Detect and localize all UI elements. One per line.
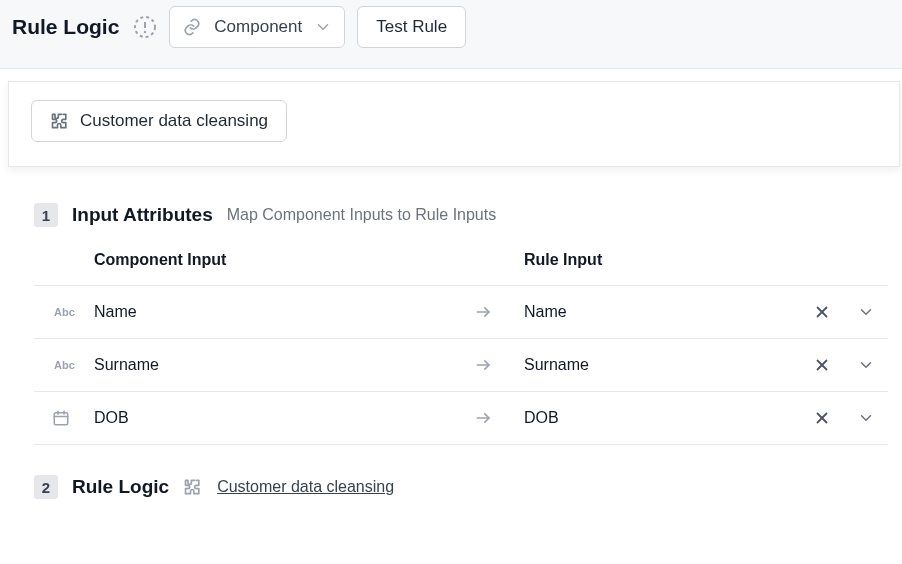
puzzle-icon bbox=[183, 477, 203, 497]
step-number-1: 1 bbox=[34, 203, 58, 227]
dropdown-label: Component bbox=[214, 17, 302, 37]
table-row: DOB DOB bbox=[34, 391, 888, 445]
component-chip[interactable]: Customer data cleansing bbox=[31, 100, 287, 142]
arrow-right-icon bbox=[474, 355, 524, 375]
type-text-icon: Abc bbox=[34, 359, 94, 371]
section-subtitle: Map Component Inputs to Rule Inputs bbox=[227, 206, 497, 224]
rule-link[interactable]: Customer data cleansing bbox=[217, 478, 394, 496]
clear-icon[interactable] bbox=[800, 303, 844, 321]
table-header: Component Input Rule Input bbox=[34, 251, 888, 285]
rule-logic-header: Rule Logic Component Test Rule bbox=[0, 0, 902, 69]
step-number-2: 2 bbox=[34, 475, 58, 499]
svg-point-2 bbox=[144, 31, 146, 33]
svg-rect-9 bbox=[54, 413, 68, 425]
component-input-cell: DOB bbox=[94, 409, 474, 427]
link-icon bbox=[182, 17, 202, 37]
col-component-input: Component Input bbox=[94, 251, 474, 269]
table-row: Abc Name Name bbox=[34, 285, 888, 338]
info-pending-icon bbox=[133, 15, 157, 39]
col-rule-input: Rule Input bbox=[524, 251, 800, 269]
puzzle-icon bbox=[50, 111, 70, 131]
chevron-down-icon[interactable] bbox=[844, 303, 888, 321]
component-input-cell: Name bbox=[94, 303, 474, 321]
input-attributes-head: 1 Input Attributes Map Component Inputs … bbox=[34, 203, 888, 227]
type-text-icon: Abc bbox=[34, 306, 94, 318]
rule-logic-head: 2 Rule Logic Customer data cleansing bbox=[34, 475, 888, 499]
clear-icon[interactable] bbox=[800, 356, 844, 374]
main-content: 1 Input Attributes Map Component Inputs … bbox=[34, 203, 888, 499]
chevron-down-icon bbox=[314, 18, 332, 36]
component-input-cell: Surname bbox=[94, 356, 474, 374]
mapping-table: Component Input Rule Input Abc Name Name… bbox=[34, 251, 888, 445]
chip-label: Customer data cleansing bbox=[80, 111, 268, 131]
arrow-right-icon bbox=[474, 302, 524, 322]
table-row: Abc Surname Surname bbox=[34, 338, 888, 391]
clear-icon[interactable] bbox=[800, 409, 844, 427]
rule-input-cell[interactable]: Name bbox=[524, 303, 800, 321]
rule-input-cell[interactable]: DOB bbox=[524, 409, 800, 427]
type-date-icon bbox=[34, 409, 94, 427]
arrow-right-icon bbox=[474, 408, 524, 428]
rule-input-cell[interactable]: Surname bbox=[524, 356, 800, 374]
test-rule-button[interactable]: Test Rule bbox=[357, 6, 466, 48]
chevron-down-icon[interactable] bbox=[844, 356, 888, 374]
section-title: Rule Logic bbox=[72, 476, 169, 498]
chevron-down-icon[interactable] bbox=[844, 409, 888, 427]
component-dropdown[interactable]: Component bbox=[169, 6, 345, 48]
component-card: Customer data cleansing bbox=[8, 81, 900, 167]
page-title: Rule Logic bbox=[12, 15, 119, 39]
section-title: Input Attributes bbox=[72, 204, 213, 226]
